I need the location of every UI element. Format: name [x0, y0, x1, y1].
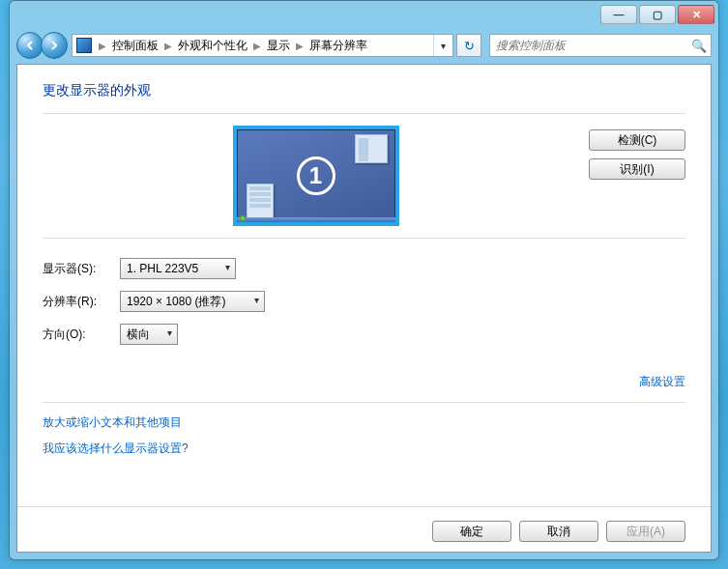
monitor-preview-row: 1 检测(C) 识别(I): [43, 113, 685, 239]
monitor-preview-area[interactable]: 1: [43, 126, 589, 226]
preview-window-icon: [355, 134, 388, 163]
page-title: 更改显示器的外观: [43, 82, 685, 100]
help-links: 放大或缩小文本和其他项目 我应该选择什么显示器设置?: [43, 402, 685, 467]
maximize-button[interactable]: ▢: [639, 5, 676, 24]
minimize-button[interactable]: —: [600, 5, 637, 24]
breadcrumb-separator: ▶: [249, 41, 265, 51]
crumb-display[interactable]: 显示: [265, 38, 292, 54]
orientation-row: 方向(O): 横向: [43, 324, 685, 345]
crumb-control-panel[interactable]: 控制面板: [110, 38, 160, 54]
navigation-bar: ▶ 控制面板 ▶ 外观和个性化 ▶ 显示 ▶ 屏幕分辨率 ▾ ↻ 🔍: [16, 28, 712, 63]
breadcrumb-separator: ▶: [292, 41, 307, 51]
display-row: 显示器(S): 1. PHL 223V5: [43, 258, 685, 279]
control-panel-icon: [76, 38, 92, 53]
resolution-value: 1920 × 1080 (推荐): [127, 294, 225, 310]
display-select[interactable]: 1. PHL 223V5: [120, 258, 236, 279]
identify-button[interactable]: 识别(I): [589, 158, 685, 180]
breadcrumb-separator: ▶: [95, 41, 110, 51]
which-monitor-link[interactable]: 我应该选择什么显示器设置?: [43, 441, 685, 457]
orientation-select[interactable]: 横向: [120, 324, 178, 345]
search-icon: 🔍: [691, 39, 707, 53]
dialog-button-bar: 确定 取消 应用(A): [17, 506, 711, 542]
preview-start-orb: [240, 215, 246, 221]
resolution-select[interactable]: 1920 × 1080 (推荐): [120, 291, 265, 312]
close-button[interactable]: ✕: [678, 5, 714, 24]
control-panel-window: — ▢ ✕ ▶ 控制面板 ▶ 外观和个性化 ▶ 显示 ▶ 屏幕分辨率 ▾ ↻: [9, 0, 719, 560]
text-size-link[interactable]: 放大或缩小文本和其他项目: [43, 414, 685, 431]
breadcrumb-dropdown[interactable]: ▾: [433, 35, 452, 56]
monitor-number: 1: [297, 156, 335, 195]
resolution-row: 分辨率(R): 1920 × 1080 (推荐): [43, 291, 685, 312]
breadcrumb[interactable]: ▶ 控制面板 ▶ 外观和个性化 ▶ 显示 ▶ 屏幕分辨率 ▾: [72, 34, 453, 57]
back-button[interactable]: [16, 32, 44, 59]
monitor-thumbnail[interactable]: 1: [233, 126, 399, 226]
settings-form: 显示器(S): 1. PHL 223V5 分辨率(R): 1920 × 1080…: [43, 258, 685, 356]
ok-button[interactable]: 确定: [432, 521, 511, 542]
crumb-appearance[interactable]: 外观和个性化: [176, 38, 249, 54]
refresh-button[interactable]: ↻: [456, 34, 481, 57]
breadcrumb-separator: ▶: [160, 41, 176, 51]
preview-window-icon: [247, 184, 274, 218]
detect-button[interactable]: 检测(C): [589, 129, 685, 151]
side-buttons: 检测(C) 识别(I): [589, 126, 685, 180]
window-titlebar: — ▢ ✕: [10, 1, 718, 28]
search-box[interactable]: 🔍: [489, 34, 712, 57]
orientation-label: 方向(O):: [43, 327, 120, 343]
resolution-label: 分辨率(R):: [43, 294, 120, 310]
crumb-resolution[interactable]: 屏幕分辨率: [307, 38, 369, 54]
preview-taskbar: [237, 217, 395, 222]
orientation-value: 横向: [127, 327, 150, 343]
apply-button[interactable]: 应用(A): [606, 521, 685, 542]
display-value: 1. PHL 223V5: [127, 262, 198, 275]
display-label: 显示器(S):: [43, 261, 120, 277]
nav-arrows: [16, 32, 68, 59]
forward-button[interactable]: [41, 32, 68, 59]
search-input[interactable]: [494, 38, 691, 53]
content-pane: 更改显示器的外观 1 检测(C) 识别(I): [16, 64, 712, 553]
advanced-settings-link[interactable]: 高级设置: [43, 374, 685, 390]
cancel-button[interactable]: 取消: [519, 521, 598, 542]
